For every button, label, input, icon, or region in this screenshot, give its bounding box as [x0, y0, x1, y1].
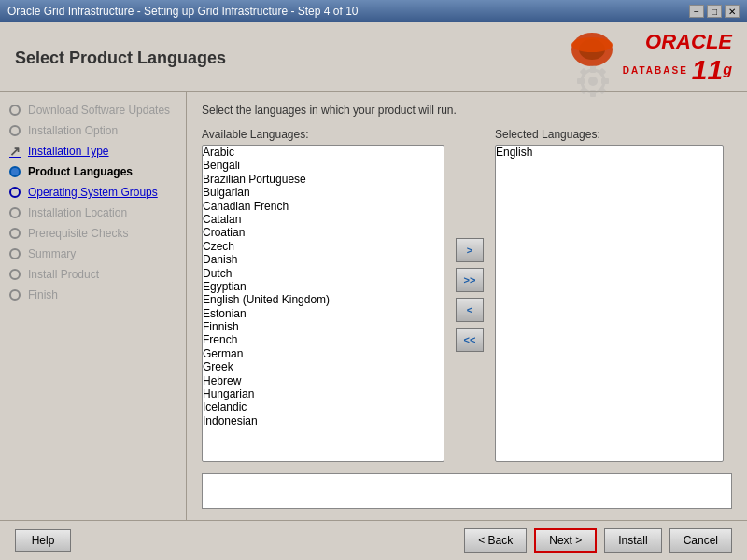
svg-rect-8 [580, 87, 587, 94]
database-label: DATABASE [623, 65, 688, 76]
svg-rect-7 [599, 68, 606, 76]
sidebar-item-finish: Finish [0, 285, 186, 305]
step-icon-download [7, 103, 22, 118]
svg-point-1 [588, 77, 598, 86]
footer: Help < Back Next > Install Cancel [0, 520, 747, 560]
step-icon-prereq [7, 226, 22, 241]
content-area: Download Software Updates Installation O… [0, 92, 747, 520]
oracle-logo-area: ORACLE DATABASE 11 g [569, 30, 732, 86]
step-icon-product-lang [7, 164, 22, 179]
help-button[interactable]: Help [15, 529, 71, 552]
oracle-text-logo: ORACLE DATABASE 11 g [623, 30, 732, 86]
step-icon-install-option [7, 123, 22, 138]
step-icon-os-groups [7, 185, 22, 200]
info-box [202, 473, 732, 509]
selected-languages-listbox[interactable]: English [495, 145, 724, 462]
window-title: Oracle Grid Infrastructure - Setting up … [7, 5, 359, 18]
step-icon-install-prod [7, 267, 22, 282]
title-bar-controls: − □ ✕ [689, 5, 740, 18]
footer-right-buttons: < Back Next > Install Cancel [464, 528, 732, 553]
available-languages-panel: Available Languages: ArabicBengaliBrazil… [202, 128, 444, 462]
cancel-button[interactable]: Cancel [669, 528, 732, 553]
oracle-name: ORACLE [645, 30, 732, 54]
sidebar-item-download-updates: Download Software Updates [0, 100, 186, 120]
step-icon-summary [7, 246, 22, 261]
sidebar-item-installation-location: Installation Location [0, 203, 186, 223]
minimize-button[interactable]: − [689, 5, 704, 18]
sidebar-item-installation-type[interactable]: ↗ Installation Type [0, 141, 186, 161]
step-icon-install-type: ↗ [7, 144, 22, 159]
step-icon-finish [7, 287, 22, 302]
remove-all-button[interactable]: << [456, 328, 484, 352]
sidebar-item-installation-option: Installation Option [0, 120, 186, 141]
sidebar-item-os-groups[interactable]: Operating System Groups [0, 182, 186, 203]
title-bar: Oracle Grid Infrastructure - Setting up … [0, 0, 747, 22]
svg-rect-2 [590, 65, 596, 73]
sidebar: Download Software Updates Installation O… [0, 92, 187, 520]
svg-rect-6 [580, 68, 587, 76]
main-window: Select Product Languages [0, 22, 747, 560]
version-suffix: g [723, 62, 732, 78]
svg-rect-5 [601, 78, 609, 84]
svg-rect-3 [590, 90, 596, 97]
add-all-button[interactable]: >> [456, 268, 484, 292]
remove-one-button[interactable]: < [456, 298, 484, 322]
gear-decoration-icon [560, 49, 626, 114]
available-languages-label: Available Languages: [202, 128, 444, 141]
available-languages-listbox[interactable]: ArabicBengaliBrazilian PortugueseBulgari… [202, 145, 444, 462]
language-panels: Available Languages: ArabicBengaliBrazil… [202, 128, 732, 462]
version-number: 11 [692, 54, 723, 86]
header: Select Product Languages [0, 22, 747, 92]
selected-languages-panel: Selected Languages: English [495, 128, 724, 462]
sidebar-item-summary: Summary [0, 244, 186, 264]
install-button[interactable]: Install [604, 528, 661, 553]
sidebar-item-prereq-checks: Prerequisite Checks [0, 223, 186, 244]
close-button[interactable]: ✕ [725, 5, 740, 18]
transfer-buttons: > >> < << [452, 128, 487, 462]
main-content: Select the languages in which your produ… [187, 92, 747, 520]
add-one-button[interactable]: > [456, 238, 484, 262]
sidebar-item-product-languages: Product Languages [0, 161, 186, 182]
sidebar-item-install-product: Install Product [0, 264, 186, 285]
instruction-text: Select the languages in which your produ… [202, 104, 732, 117]
back-button[interactable]: < Back [464, 528, 527, 553]
page-title: Select Product Languages [15, 49, 226, 68]
step-icon-install-loc [7, 205, 22, 220]
next-button[interactable]: Next > [534, 528, 597, 553]
svg-rect-9 [599, 87, 606, 94]
svg-rect-4 [577, 78, 585, 84]
selected-languages-label: Selected Languages: [495, 128, 724, 141]
maximize-button[interactable]: □ [707, 5, 722, 18]
